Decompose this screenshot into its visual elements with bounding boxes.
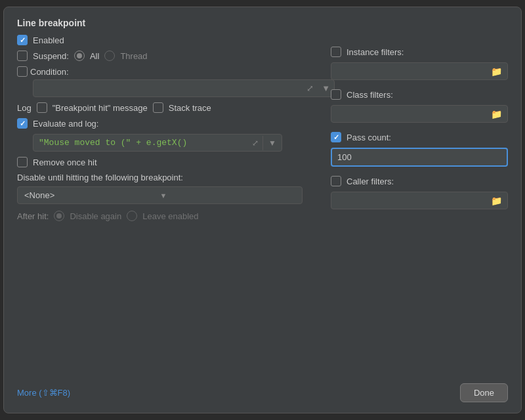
- suspend-thread-radio[interactable]: [104, 51, 115, 61]
- remove-once-hit-label: Remove once hit: [33, 158, 97, 167]
- dropdown-arrow-icon: ▼: [160, 192, 296, 200]
- stack-trace-checkbox[interactable]: [153, 102, 163, 113]
- instance-filters-checkbox[interactable]: [331, 47, 341, 57]
- more-link[interactable]: More (⇧⌘F8): [17, 388, 70, 398]
- suspend-all-label: All: [90, 51, 99, 61]
- class-filters-input-wrapper: 📁: [331, 105, 508, 123]
- evaluate-dropdown-btn[interactable]: ▼: [262, 136, 282, 150]
- caller-filters-row: Caller filters:: [331, 176, 508, 186]
- expand-icon-2: ⤢: [252, 138, 259, 148]
- pass-count-checkbox[interactable]: [331, 132, 341, 142]
- enabled-row: Enabled: [17, 35, 508, 45]
- line-breakpoint-dialog: Line breakpoint Enabled Suspend: All Thr…: [3, 7, 522, 413]
- disable-again-radio[interactable]: [54, 211, 64, 221]
- evaluate-input[interactable]: [33, 135, 248, 151]
- bottom-bar: More (⇧⌘F8) Done: [17, 383, 508, 402]
- log-label: Log: [17, 103, 32, 113]
- caller-filters-input-wrapper: 📁: [331, 192, 508, 209]
- condition-checkbox[interactable]: [17, 66, 28, 77]
- evaluate-checkbox[interactable]: [17, 118, 28, 129]
- class-filters-input[interactable]: [331, 106, 486, 122]
- done-button[interactable]: Done: [460, 383, 508, 402]
- pass-count-row: Pass count:: [331, 132, 508, 142]
- dialog-title: Line breakpoint: [17, 18, 508, 28]
- condition-input-wrapper: ⤢ ▼: [33, 79, 335, 97]
- leave-enabled-radio[interactable]: [127, 211, 137, 221]
- condition-expand-btn[interactable]: ⤢: [303, 81, 318, 96]
- caller-filters-input[interactable]: [331, 192, 486, 209]
- class-filters-row: Class filters:: [331, 89, 508, 100]
- breakpoint-hit-label: "Breakpoint hit" message: [52, 103, 148, 113]
- after-hit-label: After hit:: [17, 211, 49, 221]
- breakpoint-hit-checkbox[interactable]: [37, 102, 47, 113]
- class-filters-checkbox[interactable]: [331, 89, 341, 100]
- suspend-thread-label: Thread: [120, 51, 147, 61]
- folder-icon-2: 📁: [486, 106, 507, 122]
- instance-filters-row: Instance filters:: [331, 47, 508, 57]
- chevron-down-icon-2: ▼: [268, 138, 276, 148]
- folder-icon: 📁: [486, 64, 507, 79]
- evaluate-expand-btn[interactable]: ⤢: [248, 136, 262, 150]
- leave-enabled-label: Leave enabled: [142, 211, 198, 221]
- folder-icon-3: 📁: [486, 193, 507, 209]
- condition-input[interactable]: [33, 80, 303, 96]
- instance-filters-input[interactable]: [331, 63, 486, 79]
- stack-trace-label: Stack trace: [169, 103, 211, 113]
- instance-filters-label: Instance filters:: [346, 47, 404, 57]
- expand-icon: ⤢: [306, 83, 314, 93]
- remove-once-hit-checkbox[interactable]: [17, 157, 28, 167]
- enabled-label: Enabled: [33, 35, 64, 45]
- enabled-checkbox[interactable]: [17, 35, 28, 45]
- dropdown-value: <None>: [24, 190, 160, 200]
- disable-until-dropdown[interactable]: <None> ▼: [17, 186, 303, 204]
- condition-label: Condition:: [30, 67, 69, 77]
- chevron-down-icon: ▼: [322, 83, 330, 93]
- right-panel: Instance filters: 📁 Class filters: 📁 Pas…: [331, 47, 508, 215]
- evaluate-input-wrapper: ⤢ ▼: [33, 134, 282, 152]
- caller-filters-label: Caller filters:: [346, 177, 394, 186]
- caller-filters-checkbox[interactable]: [331, 176, 341, 186]
- instance-filters-input-wrapper: 📁: [331, 62, 508, 80]
- evaluate-label: Evaluate and log:: [33, 119, 98, 129]
- suspend-label: Suspend:: [33, 51, 69, 61]
- class-filters-label: Class filters:: [346, 90, 393, 100]
- suspend-all-radio[interactable]: [74, 51, 85, 61]
- pass-count-input[interactable]: [331, 148, 508, 167]
- suspend-checkbox[interactable]: [17, 51, 28, 61]
- disable-again-label: Disable again: [70, 211, 121, 221]
- pass-count-label: Pass count:: [346, 133, 391, 142]
